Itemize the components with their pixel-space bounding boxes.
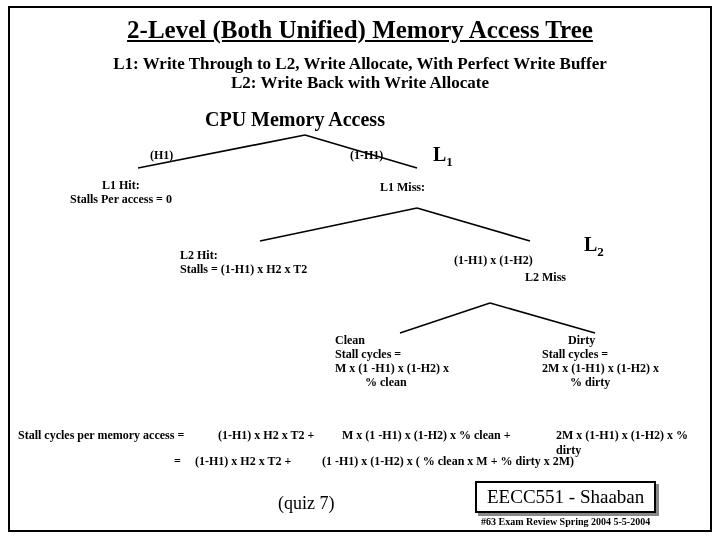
l2-right-prob: (1-H1) x (1-H2) — [454, 253, 533, 268]
clean-line2: Stall cycles = — [335, 347, 401, 362]
l2-hit-line1: L2 Hit: — [180, 248, 218, 263]
label-h1: (H1) — [150, 148, 173, 163]
svg-line-5 — [490, 303, 595, 333]
eq-rhs1b: M x (1 -H1) x (1-H2) x % clean + — [342, 428, 510, 443]
l1-miss: L1 Miss: — [380, 180, 425, 195]
clean-line4: % clean — [365, 375, 407, 390]
l2-hit-line2: Stalls = (1-H1) x H2 x T2 — [180, 262, 307, 277]
svg-line-2 — [260, 208, 417, 241]
clean-line1: Clean — [335, 333, 365, 348]
dirty-line3: 2M x (1-H1) x (1-H2) x — [542, 361, 659, 376]
eq-rhs1a: (1-H1) x H2 x T2 + — [218, 428, 314, 443]
eq-lhs: Stall cycles per memory access = — [18, 428, 184, 443]
eq-rhs1c: 2M x (1-H1) x (1-H2) x % dirty — [556, 428, 710, 458]
quiz-ref: (quiz 7) — [278, 493, 334, 514]
label-L1: L1 — [433, 143, 453, 170]
label-L2: L2 — [584, 233, 604, 260]
l1-hit-line1: L1 Hit: — [102, 178, 140, 193]
l2-miss: L2 Miss — [525, 270, 566, 285]
eq-rhs2b: (1 -H1) x (1-H2) x ( % clean x M + % dir… — [322, 454, 574, 469]
dirty-line2: Stall cycles = — [542, 347, 608, 362]
svg-line-4 — [400, 303, 490, 333]
eq-rhs2a: (1-H1) x H2 x T2 + — [195, 454, 291, 469]
dirty-line4: % dirty — [570, 375, 610, 390]
label-1-minus-h1: (1-H1) — [350, 148, 383, 163]
slide-footer: #63 Exam Review Spring 2004 5-5-2004 — [481, 516, 650, 527]
l1-hit-line2: Stalls Per access = 0 — [70, 192, 172, 207]
course-box: EECC551 - Shaaban — [475, 481, 656, 513]
svg-line-3 — [417, 208, 530, 241]
dirty-line1: Dirty — [568, 333, 595, 348]
eq-eq: = — [174, 454, 181, 469]
clean-line3: M x (1 -H1) x (1-H2) x — [335, 361, 449, 376]
